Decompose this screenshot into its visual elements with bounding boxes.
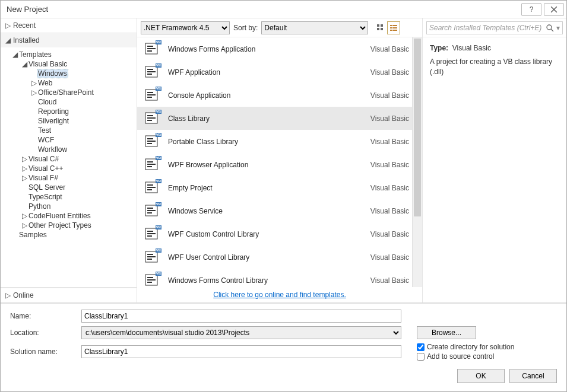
vb-badge-icon: VB: [156, 225, 161, 230]
tree-windows[interactable]: Windows: [1, 69, 137, 78]
solution-name-field[interactable]: [81, 345, 401, 358]
tree-other[interactable]: ▷Other Project Types: [1, 221, 137, 230]
template-icon: VB: [144, 157, 161, 173]
location-field[interactable]: c:\users\cem\documents\visual studio 201…: [81, 326, 401, 339]
sort-dropdown[interactable]: Default: [261, 21, 368, 34]
source-control-checkbox[interactable]: Add to source control: [417, 352, 557, 361]
svg-rect-0: [377, 24, 379, 27]
svg-rect-45: [147, 235, 152, 237]
tree-silverlight[interactable]: Silverlight: [1, 116, 137, 126]
svg-rect-36: [147, 187, 156, 188]
template-row[interactable]: VBWPF ApplicationVisual Basic: [137, 60, 422, 84]
svg-rect-5: [392, 25, 397, 26]
svg-rect-3: [381, 28, 383, 30]
create-directory-checkbox[interactable]: Create directory for solution: [417, 343, 557, 351]
template-name: Windows Forms Application: [168, 45, 370, 53]
svg-rect-28: [147, 141, 156, 142]
template-row[interactable]: VBWindows ServiceVisual Basic: [137, 199, 422, 222]
close-button[interactable]: [544, 3, 564, 16]
grid-small-icon: [376, 24, 385, 32]
ok-button[interactable]: OK: [457, 369, 505, 383]
svg-rect-43: [147, 231, 153, 232]
template-icon: VB: [144, 272, 161, 288]
tree-typescript[interactable]: TypeScript: [1, 192, 137, 202]
tree-fsharp[interactable]: ▷Visual F#: [1, 173, 137, 183]
template-language: Visual Basic: [370, 230, 409, 238]
svg-rect-29: [147, 143, 152, 144]
template-row[interactable]: VBEmpty ProjectVisual Basic: [137, 176, 422, 199]
template-row[interactable]: VBClass LibraryVisual Basic: [137, 107, 422, 130]
name-field[interactable]: [81, 310, 401, 323]
svg-rect-25: [147, 120, 152, 121]
svg-rect-11: [147, 46, 153, 47]
template-language: Visual Basic: [370, 91, 409, 100]
tree-test[interactable]: Test: [1, 126, 137, 135]
template-icon: VB: [144, 133, 161, 150]
nav-online[interactable]: ▷Online: [1, 288, 137, 302]
view-small-icons[interactable]: [374, 21, 387, 34]
template-icon: VB: [144, 64, 161, 81]
template-language: Visual Basic: [370, 161, 409, 169]
template-icon: VB: [144, 226, 161, 243]
tree-visual-basic[interactable]: ◢Visual Basic: [1, 59, 137, 69]
tree-templates[interactable]: ◢Templates: [1, 50, 137, 59]
scrollbar[interactable]: [412, 37, 422, 287]
tree-csharp[interactable]: ▷Visual C#: [1, 154, 137, 164]
type-label: Type:: [430, 44, 448, 52]
template-name: WPF Application: [168, 68, 370, 77]
svg-rect-19: [147, 92, 153, 93]
vb-badge-icon: VB: [156, 156, 161, 160]
view-list-icons[interactable]: [387, 21, 400, 34]
template-row[interactable]: VBWPF Custom Control LibraryVisual Basic: [137, 222, 422, 246]
tree-samples[interactable]: Samples: [1, 230, 137, 240]
svg-rect-35: [147, 184, 153, 186]
template-language: Visual Basic: [370, 253, 409, 262]
tree-codefluent[interactable]: ▷CodeFluent Entities: [1, 211, 137, 221]
template-language: Visual Basic: [370, 68, 409, 77]
template-name: WPF Custom Control Library: [168, 230, 370, 238]
template-row[interactable]: VBWPF User Control LibraryVisual Basic: [137, 246, 422, 269]
template-icon: VB: [144, 249, 161, 266]
svg-rect-44: [147, 233, 156, 234]
template-language: Visual Basic: [370, 114, 409, 123]
template-row[interactable]: VBWPF Browser ApplicationVisual Basic: [137, 153, 422, 176]
template-name: Empty Project: [168, 184, 370, 192]
template-row[interactable]: VBWindows Forms ApplicationVisual Basic: [137, 37, 422, 60]
nav-installed[interactable]: ◢Installed: [1, 33, 137, 47]
tree-reporting[interactable]: Reporting: [1, 107, 137, 116]
vb-badge-icon: VB: [156, 63, 161, 68]
help-button[interactable]: ?: [521, 3, 541, 16]
vb-badge-icon: VB: [156, 248, 161, 253]
template-name: WPF Browser Application: [168, 161, 370, 169]
svg-rect-9: [392, 30, 397, 31]
tree-web[interactable]: ▷Web: [1, 78, 137, 88]
template-icon: VB: [144, 203, 161, 219]
svg-rect-23: [147, 115, 153, 116]
cancel-button[interactable]: Cancel: [509, 369, 557, 383]
template-name: Portable Class Library: [168, 138, 370, 146]
template-row[interactable]: VBWindows Forms Control LibraryVisual Ba…: [137, 269, 422, 287]
tree-python[interactable]: Python: [1, 202, 137, 211]
online-templates-link[interactable]: Click here to go online and find templat…: [213, 291, 346, 299]
vb-badge-icon: VB: [156, 133, 161, 137]
framework-dropdown[interactable]: .NET Framework 4.5: [141, 21, 230, 34]
svg-rect-12: [147, 48, 156, 49]
tree-workflow[interactable]: Workflow: [1, 145, 137, 154]
svg-rect-13: [147, 50, 152, 52]
svg-rect-8: [390, 30, 392, 31]
template-row[interactable]: VBPortable Class LibraryVisual Basic: [137, 130, 422, 153]
sort-label: Sort by:: [233, 24, 258, 32]
template-row[interactable]: VBConsole ApplicationVisual Basic: [137, 84, 422, 107]
svg-rect-6: [390, 27, 392, 28]
nav-recent[interactable]: ▷Recent: [1, 18, 137, 33]
tree-cloud[interactable]: Cloud: [1, 97, 137, 107]
template-language: Visual Basic: [370, 207, 409, 215]
tree-cpp[interactable]: ▷Visual C++: [1, 164, 137, 173]
tree-sql[interactable]: SQL Server: [1, 183, 137, 192]
search-input[interactable]: [429, 24, 546, 32]
browse-button[interactable]: Browse...: [417, 326, 476, 339]
tree-office[interactable]: ▷Office/SharePoint: [1, 88, 137, 97]
svg-line-55: [551, 29, 553, 31]
tree-wcf[interactable]: WCF: [1, 135, 137, 145]
template-icon: VB: [144, 180, 161, 196]
